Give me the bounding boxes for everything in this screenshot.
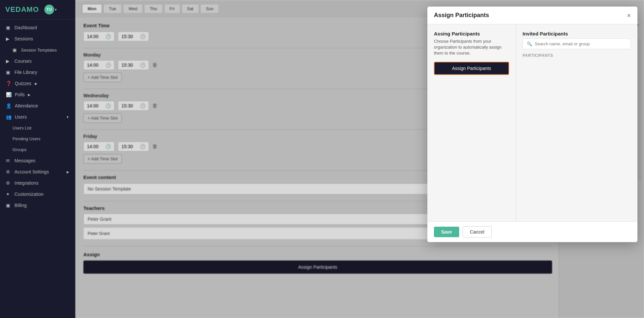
sidebar-item-courses[interactable]: ▶ Courses [0,56,75,67]
day-wed-button[interactable]: Wed [123,4,143,13]
modal-save-button[interactable]: Save [434,227,459,237]
sidebar-item-messages[interactable]: ✉ Messages [0,155,75,166]
day-mon-button[interactable]: Mon [82,4,102,13]
sidebar-item-session-templates[interactable]: ▣ Session Templates [0,44,75,56]
friday-end-field[interactable] [121,144,138,149]
friday-add-slot-button[interactable]: + Add Time Slot [83,154,122,164]
modal-left-description: Choose Participants from your organizati… [434,38,509,57]
sidebar-item-label: Users [15,114,27,120]
polls-arrow: ▶ [28,93,31,97]
modal-body: Assing Participants Choose Participants … [427,24,637,221]
sidebar-item-customization[interactable]: ✦ Customization [0,189,75,200]
sidebar: VEDAMO TU ▾ ▣ Dashboard ▶ Sessions ▣ Ses… [0,0,75,318]
day-fri-button[interactable]: Fri [164,4,180,13]
sidebar-header: VEDAMO TU ▾ [0,0,75,19]
sidebar-item-label: Account Settings [14,169,49,174]
logo: VEDAMO [5,5,39,14]
modal-left-panel: Assing Participants Choose Participants … [427,24,516,221]
wednesday-add-slot-button[interactable]: + Add Time Slot [83,113,122,123]
participant-search-wrap: 🔍 [523,38,631,49]
user-dropdown-arrow[interactable]: ▾ [55,8,57,12]
users-arrow: ▼ [66,115,69,119]
wednesday-start-input[interactable]: 🕐 [83,101,115,111]
sidebar-item-attendance[interactable]: 👤 Attendance [0,100,75,111]
sidebar-item-billing[interactable]: ▣ Billing [0,200,75,211]
event-start-time-input[interactable]: 🕐 [83,32,115,41]
modal-assign-participants-button[interactable]: Assign Participants [434,62,509,75]
friday-delete-icon[interactable]: 🗑 [152,144,158,149]
dashboard-icon: ▣ [6,25,11,30]
event-time-title: Event Time [83,23,110,28]
sidebar-item-label: Pending Users [12,136,40,141]
participant-search-input[interactable] [535,41,627,46]
friday-start-field[interactable] [87,144,103,149]
participants-label: PARTICIPANTS [523,53,631,58]
account-settings-icon: ⚙ [6,169,11,174]
sidebar-item-dashboard[interactable]: ▣ Dashboard [0,22,75,33]
event-content-title: Event content [83,174,116,180]
sidebar-item-label: Customization [14,192,44,197]
sidebar-item-label: File Library [14,70,37,75]
event-end-time-field[interactable] [121,34,138,39]
sidebar-item-users[interactable]: 👥 Users ▼ [0,111,75,123]
sidebar-item-quizzes[interactable]: ❓ Quizzes ▶ [0,78,75,89]
sidebar-item-sessions[interactable]: ▶ Sessions [0,33,75,44]
assign-title: Assign [83,252,552,257]
session-templates-icon: ▣ [12,47,18,53]
users-icon: 👥 [6,114,11,120]
sidebar-item-label: Messages [14,158,35,163]
sidebar-item-label: Quizzes [15,81,32,86]
messages-icon: ✉ [6,158,11,163]
session-template-value: No Session Template [88,186,131,192]
sidebar-item-label: Session Templates [21,48,57,53]
monday-end-input[interactable]: 🕐 [118,60,149,70]
sidebar-item-groups[interactable]: Groups [0,144,75,155]
sidebar-nav: ▣ Dashboard ▶ Sessions ▣ Session Templat… [0,19,75,318]
sidebar-item-pending-users[interactable]: Pending Users [0,133,75,144]
friday-end-clock-icon: 🕐 [140,144,145,149]
sidebar-item-users-list[interactable]: Users List [0,123,75,133]
event-start-time-field[interactable] [87,34,103,39]
sidebar-item-file-library[interactable]: ▣ File Library [0,67,75,78]
monday-add-slot-button[interactable]: + Add Time Slot [83,73,122,82]
modal-right-title: Invited Participants [523,31,631,36]
teacher-selected-value: Peter Grant [88,216,111,222]
modal-right-panel: Invited Participants 🔍 PARTICIPANTS [516,24,637,221]
wednesday-delete-icon[interactable]: 🗑 [152,103,158,109]
modal-cancel-button[interactable]: Cancel [462,226,492,238]
friday-start-input[interactable]: 🕐 [83,142,115,151]
event-end-time-input[interactable]: 🕐 [118,32,149,41]
sidebar-item-label: Billing [14,203,27,208]
modal-close-button[interactable]: × [627,12,631,19]
day-sat-button[interactable]: Sat [182,4,199,13]
day-tue-button[interactable]: Tue [103,4,122,13]
modal-title: Assign Participants [434,12,489,19]
sidebar-item-label: Polls [15,92,25,97]
monday-start-field[interactable] [87,62,103,68]
wednesday-end-input[interactable]: 🕐 [118,101,149,111]
sessions-icon: ▶ [6,36,11,41]
wednesday-start-field[interactable] [87,103,103,108]
wednesday-end-field[interactable] [121,103,138,108]
day-sun-button[interactable]: Sun [200,4,219,13]
search-icon: 🔍 [527,41,532,46]
wednesday-start-clock-icon: 🕐 [105,103,111,108]
monday-start-input[interactable]: 🕐 [83,60,115,70]
quizzes-icon: ❓ [6,81,11,86]
start-clock-icon: 🕐 [105,34,111,39]
attendance-icon: 👤 [6,103,11,108]
monday-start-clock-icon: 🕐 [105,62,111,68]
friday-end-input[interactable]: 🕐 [118,142,149,151]
billing-icon: ▣ [6,203,11,208]
monday-delete-icon[interactable]: 🗑 [152,62,158,68]
sidebar-item-account-settings[interactable]: ⚙ Account Settings ▶ [0,166,75,177]
day-thu-button[interactable]: Thu [144,4,162,13]
sidebar-item-integrations[interactable]: ⚙ Integrations [0,177,75,189]
avatar[interactable]: TU [44,5,54,14]
teacher-name: Peter Grant [88,231,110,236]
assign-participants-modal: Assign Participants × Assing Participant… [427,7,637,242]
monday-end-field[interactable] [121,62,138,68]
sidebar-item-polls[interactable]: 📊 Polls ▶ [0,89,75,100]
customization-icon: ✦ [6,192,11,197]
assign-participants-button[interactable]: Assign Participants [83,261,552,274]
